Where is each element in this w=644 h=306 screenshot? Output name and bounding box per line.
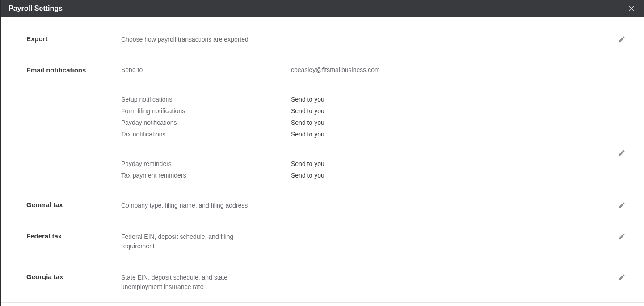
email-sendto-key: Send to bbox=[121, 66, 291, 73]
pencil-icon bbox=[618, 233, 625, 240]
notif-val: Send to you bbox=[291, 119, 324, 126]
section-label-federal-tax: Federal tax bbox=[26, 232, 121, 251]
pencil-icon bbox=[618, 36, 625, 43]
edit-export-button[interactable] bbox=[617, 35, 626, 44]
notif-key: Tax payment reminders bbox=[121, 172, 291, 179]
email-sendto-val: cbeasley@fitsmallbusiness.com bbox=[291, 66, 380, 73]
notif-key: Payday reminders bbox=[121, 160, 291, 167]
pencil-icon bbox=[618, 149, 625, 157]
notif-val: Send to you bbox=[291, 131, 324, 138]
section-label-email: Email notifications bbox=[26, 66, 121, 179]
general-tax-desc: Company type, filing name, and filing ad… bbox=[121, 201, 626, 210]
section-label-general-tax: General tax bbox=[26, 201, 121, 210]
edit-georgia-tax-button[interactable] bbox=[617, 273, 626, 282]
notif-key: Setup notifications bbox=[121, 96, 291, 103]
section-export: Export Choose how payroll transactions a… bbox=[1, 17, 644, 55]
section-email-notifications: Email notifications Send to cbeasley@fit… bbox=[1, 55, 644, 190]
modal-title: Payroll Settings bbox=[8, 4, 63, 13]
notif-val: Send to you bbox=[291, 160, 324, 167]
section-general-tax: General tax Company type, filing name, a… bbox=[1, 190, 644, 221]
edit-email-button[interactable] bbox=[617, 149, 626, 157]
pencil-icon bbox=[618, 274, 625, 281]
federal-tax-desc: Federal EIN, deposit schedule, and filin… bbox=[121, 232, 255, 251]
section-taxes-forms: Taxes and forms Automate taxes and forms… bbox=[1, 303, 644, 306]
section-federal-tax: Federal tax Federal EIN, deposit schedul… bbox=[1, 221, 644, 262]
notif-val: Send to you bbox=[291, 96, 324, 103]
export-desc: Choose how payroll transactions are expo… bbox=[121, 35, 626, 44]
notif-key: Tax notifications bbox=[121, 131, 291, 138]
settings-content: Export Choose how payroll transactions a… bbox=[0, 17, 644, 306]
pencil-icon bbox=[618, 202, 625, 209]
close-button[interactable] bbox=[626, 3, 637, 14]
modal-header: Payroll Settings bbox=[0, 0, 644, 17]
close-icon bbox=[628, 5, 635, 12]
edit-general-tax-button[interactable] bbox=[617, 201, 626, 210]
section-label-export: Export bbox=[26, 35, 121, 44]
notif-key: Form filing notifications bbox=[121, 107, 291, 115]
section-georgia-tax: Georgia tax State EIN, deposit schedule,… bbox=[1, 262, 644, 303]
notif-key: Payday notifications bbox=[121, 119, 291, 126]
georgia-tax-desc: State EIN, deposit schedule, and state u… bbox=[121, 273, 255, 292]
edit-federal-tax-button[interactable] bbox=[617, 232, 626, 241]
notif-val: Send to you bbox=[291, 107, 324, 115]
notif-val: Send to you bbox=[291, 172, 324, 179]
section-label-georgia-tax: Georgia tax bbox=[26, 273, 121, 292]
